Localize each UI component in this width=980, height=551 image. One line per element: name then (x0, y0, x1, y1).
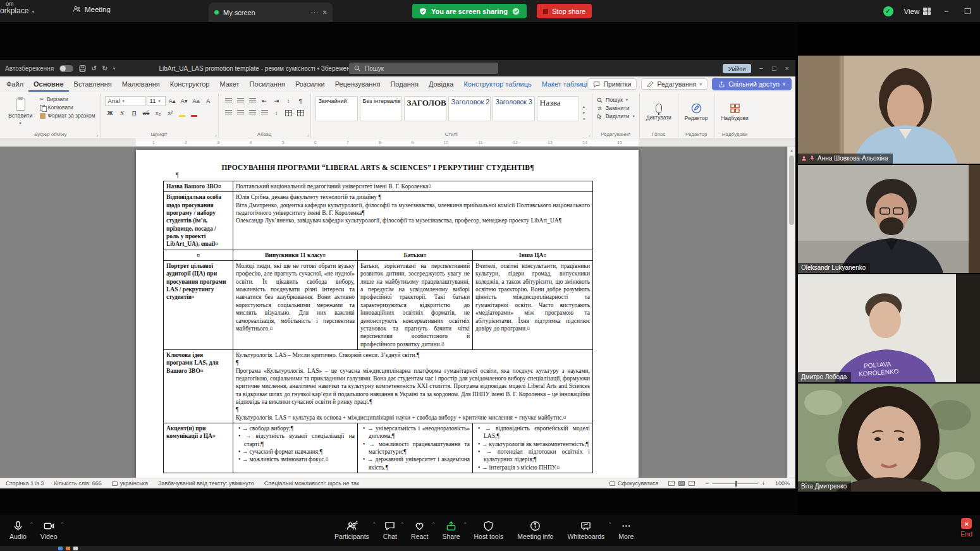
tab-close-icon[interactable]: × (322, 8, 327, 17)
whiteboards-caret-icon[interactable]: ^ (609, 521, 611, 526)
zoom-slider[interactable]: − + (705, 480, 765, 487)
paste-button[interactable]: Вставити ▾ (6, 95, 35, 129)
word-maximize-icon[interactable]: □ (772, 64, 776, 72)
superscript-button[interactable]: x² (165, 108, 176, 118)
format-painter-button[interactable]: Формат за зразком (40, 112, 95, 119)
style-title[interactable]: Назва (537, 96, 579, 121)
replace-button[interactable]: Замінити (597, 105, 635, 111)
increase-indent-button[interactable]: ⇥ (271, 96, 282, 106)
meeting-info-button[interactable]: Meeting info (510, 518, 560, 543)
addins-button[interactable]: Надбудови (719, 95, 750, 129)
document-canvas[interactable]: ПРОСУВАННЯ ПРОГРАМИ “LIBERAL ARTS & SCIE… (0, 147, 795, 478)
tab-insert[interactable]: Вставлення (69, 76, 117, 92)
change-case-button[interactable]: Aa (191, 96, 202, 106)
shading-button[interactable] (283, 108, 294, 118)
decrease-indent-button[interactable]: ⇤ (259, 96, 270, 106)
styles-up-icon[interactable]: ▴ (583, 104, 585, 109)
clear-formatting-button[interactable]: A (203, 96, 214, 106)
video-button[interactable]: ^ Video (34, 518, 64, 543)
minimize-button[interactable]: − (941, 7, 951, 16)
focus-mode-button[interactable]: Сфокусуватися (609, 480, 658, 487)
chat-caret-icon[interactable]: ^ (401, 521, 403, 526)
dictate-button[interactable]: Диктувати (644, 95, 673, 129)
participants-caret-icon[interactable]: ^ (373, 521, 376, 526)
bold-button[interactable]: Ж (105, 108, 116, 118)
chat-button[interactable]: ^ Chat (376, 518, 404, 543)
share-caret-icon[interactable]: ^ (464, 521, 467, 526)
scrollbar-thumb[interactable] (789, 155, 794, 225)
tab-table-design[interactable]: Конструктор таблиць (458, 76, 536, 92)
tab-draw[interactable]: Малювання (117, 76, 165, 92)
word-search-box[interactable]: Пошук (349, 63, 498, 74)
video-tile-anna[interactable]: Анна Шовкова-Альохіна (798, 56, 980, 164)
borders-button[interactable] (295, 108, 306, 118)
stop-share-button[interactable]: Stop share (537, 4, 592, 18)
subscript-button[interactable]: x₂ (153, 108, 164, 118)
style-heading2[interactable]: Заголовок 2 (448, 96, 491, 121)
bullet-list-button[interactable] (223, 96, 234, 106)
react-button[interactable]: ^ React (404, 518, 435, 543)
font-color-button[interactable] (189, 108, 200, 118)
save-icon[interactable] (79, 65, 86, 72)
participants-button[interactable]: ^ 4 Participants (328, 518, 376, 543)
tab-my-screen[interactable]: My screen ⋯ × (209, 3, 333, 22)
font-size-select[interactable]: 11▾ (147, 96, 166, 106)
audio-caret-icon[interactable]: ^ (30, 521, 33, 526)
text-prediction-indicator[interactable]: Завбачуваний ввід тексту: увімкнуто (158, 480, 254, 487)
react-caret-icon[interactable]: ^ (432, 521, 435, 526)
language-indicator[interactable]: українська (112, 480, 148, 487)
zoom-in-icon[interactable]: + (762, 480, 765, 487)
word-minimize-icon[interactable]: − (759, 64, 763, 72)
audio-button[interactable]: ^ Audio (3, 518, 34, 543)
share-screen-button[interactable]: ^ Share (435, 518, 467, 543)
word-count[interactable]: Кількість слів: 666 (54, 480, 101, 487)
shrink-font-button[interactable]: A▾ (179, 96, 190, 106)
tab-view[interactable]: Подання (385, 76, 423, 92)
editing-mode-button[interactable]: Редагування ▾ (641, 78, 707, 90)
editor-button[interactable]: Редактор (683, 95, 710, 129)
copy-button[interactable]: Копіювати (40, 104, 95, 111)
style-heading1[interactable]: Заголовок 1 (404, 96, 446, 121)
undo-icon[interactable]: ↺ (91, 64, 97, 73)
tab-more-icon[interactable]: ⋯ (310, 8, 318, 17)
align-right-button[interactable] (247, 108, 258, 118)
tab-home[interactable]: Основне (28, 76, 69, 92)
strikethrough-button[interactable]: аб (141, 108, 152, 118)
select-button[interactable]: Виділити▾ (597, 113, 635, 119)
comments-button[interactable]: Примітки (587, 78, 637, 90)
taskbar-app-icon[interactable] (66, 547, 70, 550)
tab-help[interactable]: Довідка (424, 76, 459, 92)
word-close-icon[interactable]: × (785, 64, 789, 72)
quick-access-caret-icon[interactable]: ▾ (113, 66, 116, 71)
sign-in-button[interactable]: Увійти (723, 64, 752, 73)
vertical-scrollbar[interactable]: ▴ (787, 147, 795, 478)
page-indicator[interactable]: Сторінка 1 із 3 (6, 480, 44, 487)
font-name-select[interactable]: Arial▾ (105, 96, 145, 106)
line-spacing-button[interactable]: ↕ (271, 108, 282, 118)
style-heading3[interactable]: Заголовок 3 (493, 96, 535, 121)
styles-gallery-icon[interactable]: ≡ (583, 117, 585, 121)
cut-button[interactable]: ✂Вирізати (40, 96, 95, 102)
zoom-percentage[interactable]: 100% (775, 480, 790, 487)
share-document-button[interactable]: Спільний доступ ▾ (712, 78, 792, 90)
clipboard-dialog-launcher-icon[interactable]: ⌟ (96, 132, 98, 137)
tab-mailings[interactable]: Розсилки (290, 76, 330, 92)
view-button[interactable]: View (904, 8, 931, 15)
view-mode-switcher[interactable] (668, 481, 695, 486)
document-page[interactable]: ПРОСУВАННЯ ПРОГРАМИ “LIBERAL ARTS & SCIE… (136, 150, 639, 478)
zoom-out-icon[interactable]: − (705, 480, 708, 487)
tab-meeting[interactable]: Meeting (73, 5, 111, 13)
numbered-list-button[interactable] (235, 96, 246, 106)
taskbar-app-icon[interactable] (58, 547, 63, 550)
tab-design[interactable]: Конструктор (165, 76, 215, 92)
styles-dialog-launcher-icon[interactable]: ⌟ (588, 132, 590, 137)
maximize-button[interactable]: ❐ (962, 7, 974, 16)
style-no-spacing[interactable]: Без інтервалів (360, 96, 402, 121)
redo-icon[interactable]: ↻ (102, 64, 107, 73)
video-tile-dmytro[interactable]: POLTAVA KOROLENKO Дмитро Лобода (798, 274, 980, 382)
tab-references[interactable]: Посилання (245, 76, 290, 92)
sort-button[interactable]: ↕ (283, 96, 294, 106)
horizontal-ruler[interactable]: 123456789101112131415 (0, 138, 795, 147)
underline-button[interactable]: П (129, 108, 140, 118)
style-normal[interactable]: Звичайний (315, 96, 358, 121)
